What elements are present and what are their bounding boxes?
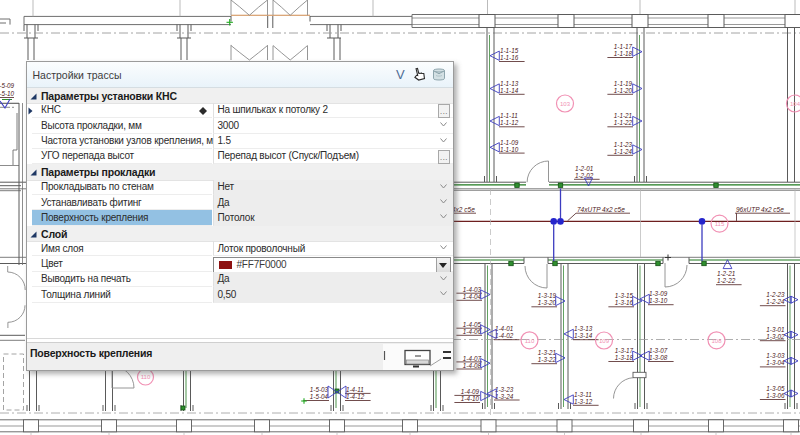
svg-text:109: 109	[599, 338, 610, 344]
svg-text:74xUTP 4x2 c5e: 74xUTP 4x2 c5e	[577, 206, 625, 213]
svg-text:1-1-11: 1-1-11	[500, 112, 518, 119]
svg-text:1-3-06: 1-3-06	[766, 392, 785, 399]
svg-text:1-3-15: 1-3-15	[615, 292, 634, 299]
svg-text:1-1-24: 1-1-24	[614, 148, 633, 155]
svg-text:1-3-16: 1-3-16	[615, 299, 634, 306]
svg-text:1-3-11: 1-3-11	[574, 391, 592, 398]
svg-text:1-3-24: 1-3-24	[495, 393, 514, 400]
svg-text:-5-09: -5-09	[0, 82, 14, 89]
svg-text:-5-10: -5-10	[0, 90, 14, 97]
svg-text:104: 104	[790, 101, 800, 107]
svg-text:1-2-01: 1-2-01	[575, 165, 593, 172]
svg-text:96xUTP 4x2 c5e: 96xUTP 4x2 c5e	[736, 206, 784, 213]
svg-text:1-3-13: 1-3-13	[574, 325, 593, 332]
svg-text:1-1-21: 1-1-21	[614, 112, 632, 119]
svg-text:110: 110	[525, 338, 535, 344]
svg-text:1-1-10: 1-1-10	[500, 146, 519, 153]
svg-text:1-3-09: 1-3-09	[649, 290, 668, 297]
svg-text:1-3-10: 1-3-10	[649, 297, 668, 304]
svg-text:115: 115	[715, 221, 725, 227]
svg-text:1-2-21: 1-2-21	[717, 270, 735, 277]
svg-text:1-1-15: 1-1-15	[500, 47, 519, 54]
svg-text:103: 103	[560, 101, 571, 107]
svg-text:1-4-07: 1-4-07	[463, 355, 482, 362]
svg-text:1-3-12: 1-3-12	[574, 398, 593, 405]
svg-text:1-3-23: 1-3-23	[495, 386, 514, 393]
svg-text:1-3-01: 1-3-01	[766, 326, 784, 333]
svg-text:1-4-08: 1-4-08	[463, 362, 482, 369]
svg-text:1-4-09: 1-4-09	[461, 388, 480, 395]
svg-text:1-3-05: 1-3-05	[766, 385, 785, 392]
svg-text:1-1-09: 1-1-09	[500, 139, 519, 146]
svg-text:108: 108	[711, 338, 722, 344]
svg-text:1-2-23: 1-2-23	[766, 291, 785, 298]
svg-text:1-1-16: 1-1-16	[500, 54, 519, 61]
svg-text:1-4-11: 1-4-11	[346, 386, 364, 393]
svg-text:1-3-08: 1-3-08	[649, 354, 668, 361]
svg-text:1-4-10: 1-4-10	[461, 395, 480, 402]
svg-text:1-1-19: 1-1-19	[614, 80, 633, 87]
svg-text:1-1-23: 1-1-23	[614, 141, 633, 148]
svg-text:1-1-13: 1-1-13	[500, 80, 519, 87]
svg-text:1-4-04: 1-4-04	[463, 293, 482, 300]
svg-text:4x2 c5e: 4x2 c5e	[452, 206, 475, 213]
svg-text:1-4-02: 1-4-02	[495, 332, 514, 339]
svg-text:1-3-02: 1-3-02	[766, 333, 785, 340]
svg-text:1-4-12: 1-4-12	[346, 393, 365, 400]
svg-text:1-4-05: 1-4-05	[463, 321, 482, 328]
svg-text:1-4-06: 1-4-06	[463, 328, 482, 335]
svg-text:1-1-20: 1-1-20	[614, 87, 633, 94]
svg-text:1-2-22: 1-2-22	[717, 277, 736, 284]
svg-text:1-3-21: 1-3-21	[538, 349, 556, 356]
svg-text:1-1-22: 1-1-22	[614, 119, 633, 126]
svg-text:1-1-18: 1-1-18	[614, 50, 633, 57]
svg-text:1-3-18: 1-3-18	[615, 354, 634, 361]
svg-text:1-1-12: 1-1-12	[500, 119, 519, 126]
svg-text:1-3-19: 1-3-19	[538, 292, 557, 299]
svg-text:110: 110	[141, 374, 151, 380]
svg-text:1-5-03: 1-5-03	[310, 386, 329, 393]
svg-text:1-2-24: 1-2-24	[766, 298, 785, 305]
svg-text:1-3-17: 1-3-17	[615, 347, 634, 354]
svg-text:1-3-07: 1-3-07	[649, 347, 668, 354]
svg-text:1-3-03: 1-3-03	[766, 352, 785, 359]
svg-text:1-3-20: 1-3-20	[538, 299, 557, 306]
svg-text:1-1-17: 1-1-17	[614, 43, 633, 50]
svg-text:1-1-14: 1-1-14	[500, 87, 519, 94]
svg-text:1-5-04: 1-5-04	[310, 393, 329, 400]
svg-text:1-4-03: 1-4-03	[463, 286, 482, 293]
svg-text:1-3-04: 1-3-04	[766, 359, 785, 366]
svg-text:1-3-22: 1-3-22	[538, 356, 557, 363]
svg-text:1-3-14: 1-3-14	[574, 332, 593, 339]
svg-text:1-4-01: 1-4-01	[495, 325, 513, 332]
